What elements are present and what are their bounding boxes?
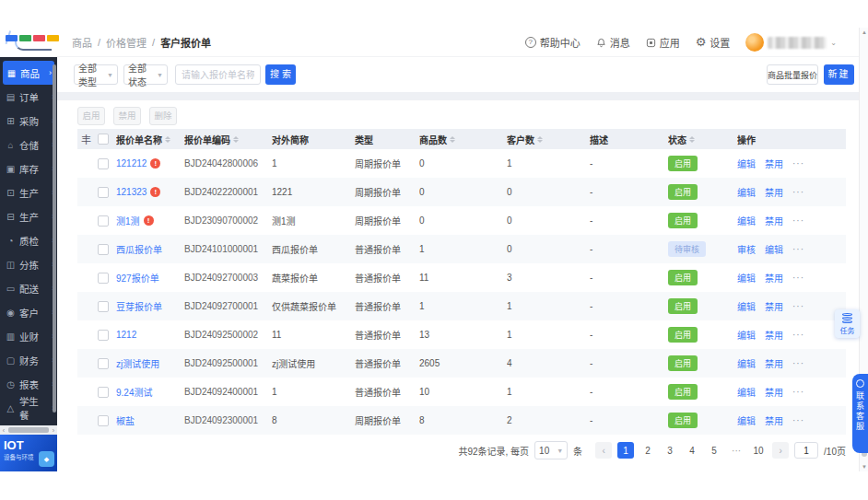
action-link-1[interactable]: 禁用 [765, 157, 783, 170]
quotation-name-link[interactable]: 121323 [116, 187, 147, 197]
contact-service-button[interactable]: 联系客服 [852, 374, 868, 453]
status-filter-select[interactable]: 全部状态 ▼ [123, 64, 168, 85]
column-header-5[interactable]: 客户数 [507, 133, 590, 146]
page-button-5[interactable]: 5 [706, 442, 722, 459]
sort-icon[interactable] [165, 134, 170, 145]
column-header-2[interactable]: 对外简称 [272, 133, 355, 146]
create-button[interactable]: 新建 [824, 64, 854, 85]
action-link-1[interactable]: 禁用 [765, 356, 783, 370]
action-link-1[interactable]: 禁用 [765, 413, 783, 427]
sidebar-item-1[interactable]: ▤订单› [0, 85, 57, 109]
enable-button[interactable]: 启用 [77, 107, 105, 125]
action-link-1[interactable]: 禁用 [765, 328, 783, 342]
column-header-3[interactable]: 类型 [355, 133, 419, 146]
quotation-name-link[interactable]: 1212 [116, 330, 136, 340]
page-button-3[interactable]: 3 [662, 442, 678, 459]
sidebar-item-8[interactable]: ◫分拣› [0, 252, 57, 276]
sidebar-item-6[interactable]: ⊟生产› [0, 204, 57, 228]
sidebar-item-3[interactable]: ⌂仓储› [0, 133, 57, 157]
disable-button[interactable]: 禁用 [113, 107, 141, 125]
page-jump-input[interactable] [794, 442, 818, 459]
action-link-0[interactable]: 编辑 [737, 214, 756, 227]
page-button-2[interactable]: 2 [639, 442, 656, 459]
sidebar-hscroll-thumb[interactable] [8, 427, 49, 433]
more-actions-button[interactable]: ··· [792, 358, 804, 368]
action-link-1[interactable]: 编辑 [765, 242, 783, 256]
breadcrumb-item[interactable]: 价格管理 [106, 35, 147, 50]
type-filter-select[interactable]: 全部类型 ▼ [74, 64, 118, 85]
row-checkbox[interactable] [98, 358, 109, 369]
action-link-0[interactable]: 编辑 [737, 185, 756, 199]
batch-quote-button[interactable]: 商品批量报价 [767, 64, 818, 85]
row-checkbox[interactable] [98, 301, 109, 312]
iot-banner[interactable]: IOT 设备与环境 ◆ [0, 435, 57, 471]
delete-button[interactable]: 删除 [149, 107, 177, 125]
row-checkbox[interactable] [98, 330, 109, 341]
messages-button[interactable]: 消息 [596, 35, 630, 50]
action-link-0[interactable]: 审核 [737, 242, 756, 256]
action-link-1[interactable]: 禁用 [765, 299, 783, 313]
quotation-name-link[interactable]: 测1测 [116, 214, 140, 227]
column-header-1[interactable]: 报价单编码 [184, 133, 272, 146]
more-actions-button[interactable]: ··· [792, 273, 804, 283]
sort-icon[interactable] [537, 134, 543, 145]
action-link-1[interactable]: 禁用 [765, 214, 783, 227]
quotation-name-link[interactable]: 椒盐 [116, 413, 135, 427]
more-actions-button[interactable]: ··· [792, 301, 804, 311]
sidebar-horizontal-scrollbar[interactable]: ‹ › [0, 425, 57, 435]
action-link-0[interactable]: 编辑 [737, 157, 756, 170]
sort-icon[interactable] [233, 134, 239, 145]
action-link-0[interactable]: 编辑 [737, 271, 756, 285]
column-header-0[interactable]: 报价单名称 [116, 133, 184, 146]
sidebar-item-4[interactable]: ▣库存› [0, 157, 57, 180]
sidebar-item-12[interactable]: ▢财务› [0, 348, 57, 372]
row-checkbox[interactable] [98, 415, 109, 426]
help-center-button[interactable]: ? 帮助中心 [525, 35, 581, 50]
quotation-name-link[interactable]: 121212 [116, 158, 147, 169]
more-actions-button[interactable]: ··· [792, 387, 804, 397]
row-checkbox[interactable] [98, 215, 109, 227]
more-actions-button[interactable]: ··· [792, 330, 804, 340]
sidebar-item-10[interactable]: ◉客户› [0, 300, 57, 324]
row-checkbox[interactable] [98, 158, 109, 169]
column-header-7[interactable]: 状态 [668, 133, 737, 146]
column-header-8[interactable]: 操作 [737, 133, 846, 146]
select-all-checkbox[interactable] [98, 134, 109, 145]
column-header-6[interactable]: 描述 [590, 133, 668, 146]
sidebar-vertical-scrollbar[interactable] [53, 64, 56, 413]
scroll-right-icon[interactable]: › [50, 427, 57, 434]
sidebar-item-0[interactable]: ▦商品› [3, 61, 54, 85]
more-actions-button[interactable]: ··· [792, 415, 804, 425]
page-button-10[interactable]: 10 [750, 442, 767, 459]
action-link-0[interactable]: 编辑 [737, 299, 756, 313]
prev-page-button[interactable]: ‹ [595, 442, 612, 459]
more-actions-button[interactable]: ··· [792, 187, 804, 197]
sidebar-item-7[interactable]: ◔质检› [0, 228, 57, 252]
page-size-select[interactable]: 10 ▼ [534, 441, 568, 459]
breadcrumb-item[interactable]: 商品 [72, 35, 92, 50]
column-header-4[interactable]: 商品数 [419, 133, 507, 146]
sidebar-item-9[interactable]: ▭配送› [0, 276, 57, 300]
row-checkbox[interactable] [98, 187, 109, 198]
action-link-0[interactable]: 编辑 [737, 328, 756, 342]
page-button-1[interactable]: 1 [617, 442, 634, 459]
next-page-button[interactable]: › [772, 442, 789, 459]
apps-button[interactable]: 应用 [646, 35, 680, 50]
scroll-up-icon[interactable]: ▲ [860, 29, 868, 35]
quotation-name-link[interactable]: zj测试使用 [116, 356, 159, 370]
more-actions-button[interactable]: ··· [792, 215, 804, 226]
task-float-button[interactable]: 任务 [835, 309, 860, 338]
quotation-name-link[interactable]: 豆芽报价单 [116, 299, 162, 313]
quotation-name-link[interactable]: 9.24测试 [116, 385, 152, 399]
column-settings-icon[interactable]: 丰 [77, 132, 91, 146]
scroll-left-icon[interactable]: ‹ [0, 427, 7, 434]
search-input[interactable] [175, 64, 261, 85]
sort-icon[interactable] [450, 134, 455, 145]
sidebar-item-14[interactable]: △学生餐› [0, 396, 57, 420]
user-account-menu[interactable]: ⌄ [745, 33, 837, 52]
row-checkbox[interactable] [98, 387, 109, 398]
page-button-4[interactable]: 4 [684, 442, 700, 459]
sidebar-item-13[interactable]: ◷报表› [0, 372, 57, 396]
row-checkbox[interactable] [98, 244, 109, 255]
action-link-1[interactable]: 禁用 [765, 385, 783, 399]
